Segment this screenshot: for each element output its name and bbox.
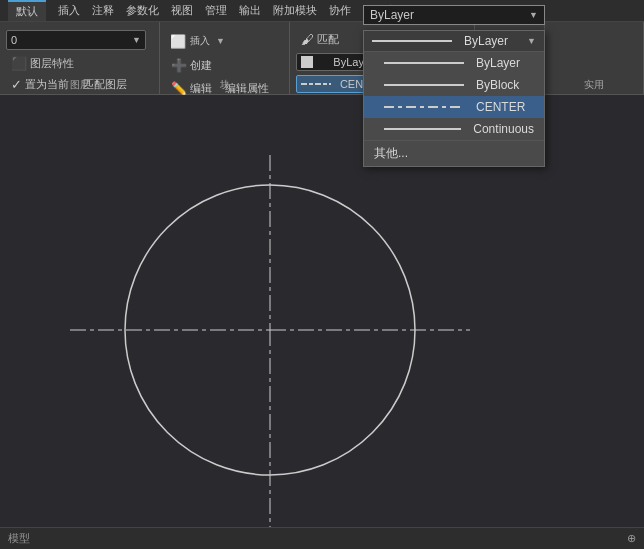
- utils-section-label: 实用: [545, 78, 643, 92]
- drawing-area: [0, 95, 644, 549]
- center-item-label: CENTER: [476, 100, 525, 114]
- dropdown-item-byblock[interactable]: ByBlock: [364, 74, 544, 96]
- layers-icon: ⬛: [11, 56, 27, 71]
- snap-indicator: ⊕: [627, 532, 636, 545]
- bylayer-line-preview: [372, 40, 452, 42]
- color-swatch: [301, 56, 313, 68]
- ribbon-tabs: 默认 插入 注释 参数化 视图 管理 输出 附加模块 协作 精选应用: [0, 0, 644, 22]
- bylayer-item-label: ByLayer: [476, 56, 520, 70]
- layer-section-label: 图层: [0, 78, 159, 92]
- byblock-item-label: ByBlock: [476, 78, 519, 92]
- continuous-item-label: Continuous: [473, 122, 534, 136]
- layer-combo[interactable]: 0 ▼: [6, 30, 146, 50]
- tab-collab[interactable]: 协作: [329, 3, 351, 18]
- layer-props-btn[interactable]: ⬛ 图层特性: [6, 54, 79, 73]
- layer-name-label: 0: [11, 34, 17, 46]
- tab-parametric[interactable]: 参数化: [126, 3, 159, 18]
- match-icon: 🖌: [301, 32, 314, 47]
- coords-display: 模型: [8, 531, 30, 546]
- byblock-preview: [384, 84, 464, 86]
- create-btn[interactable]: ➕ 创建: [166, 56, 217, 75]
- drawing-svg: [0, 95, 644, 549]
- tab-default[interactable]: 默认: [8, 0, 46, 21]
- bylayer-label: ByLayer: [370, 8, 414, 22]
- dropdown-arrow: ▼: [527, 36, 536, 46]
- footer-label: 其他...: [374, 146, 408, 160]
- dropdown-item-center[interactable]: CENTER: [364, 96, 544, 118]
- dropdown-footer-other[interactable]: 其他...: [364, 140, 544, 166]
- tab-output[interactable]: 输出: [239, 3, 261, 18]
- block-section-label: 块: [160, 78, 289, 92]
- bylayer-preview: [384, 62, 464, 64]
- tab-annotate[interactable]: 注释: [92, 3, 114, 18]
- layer-dropdown-arrow: ▼: [132, 35, 141, 45]
- linetype-dropdown: ByLayer ▼ ByLayer ByBlock CENTER Continu…: [363, 30, 545, 167]
- block-section: ⬜ 插入 ▼ ➕ 创建 ✏️ 编辑 编辑属性: [160, 22, 290, 94]
- dropdown-item-continuous[interactable]: Continuous: [364, 118, 544, 140]
- match-props-btn[interactable]: 🖌 匹配: [296, 30, 344, 49]
- tab-manage[interactable]: 管理: [205, 3, 227, 18]
- continuous-preview: [384, 128, 461, 130]
- ribbon-body: 0 ▼ ⬛ 图层特性 ✓ 置为当前 匹配图层 图层 ⬜: [0, 22, 644, 95]
- layer-section: 0 ▼ ⬛ 图层特性 ✓ 置为当前 匹配图层 图层: [0, 22, 160, 94]
- insert-arrow: ▼: [216, 36, 225, 46]
- tab-view[interactable]: 视图: [171, 3, 193, 18]
- tab-addons[interactable]: 附加模块: [273, 3, 317, 18]
- bylayer-arrow: ▼: [529, 10, 538, 20]
- bylayer-top-combo[interactable]: ByLayer ▼: [363, 5, 545, 25]
- dropdown-bylayer-label: ByLayer: [464, 34, 508, 48]
- dropdown-item-bylayer[interactable]: ByLayer: [364, 52, 544, 74]
- dropdown-item-bylayer-header[interactable]: ByLayer ▼: [364, 31, 544, 52]
- create-icon: ➕: [171, 58, 187, 73]
- center-preview: [384, 106, 464, 108]
- insert-btn[interactable]: ⬜ 插入 ▼: [166, 30, 229, 52]
- tab-insert[interactable]: 插入: [58, 3, 80, 18]
- utils-section: 实用: [545, 22, 644, 94]
- status-bar: 模型 ⊕: [0, 527, 644, 549]
- insert-icon: ⬜: [170, 34, 186, 49]
